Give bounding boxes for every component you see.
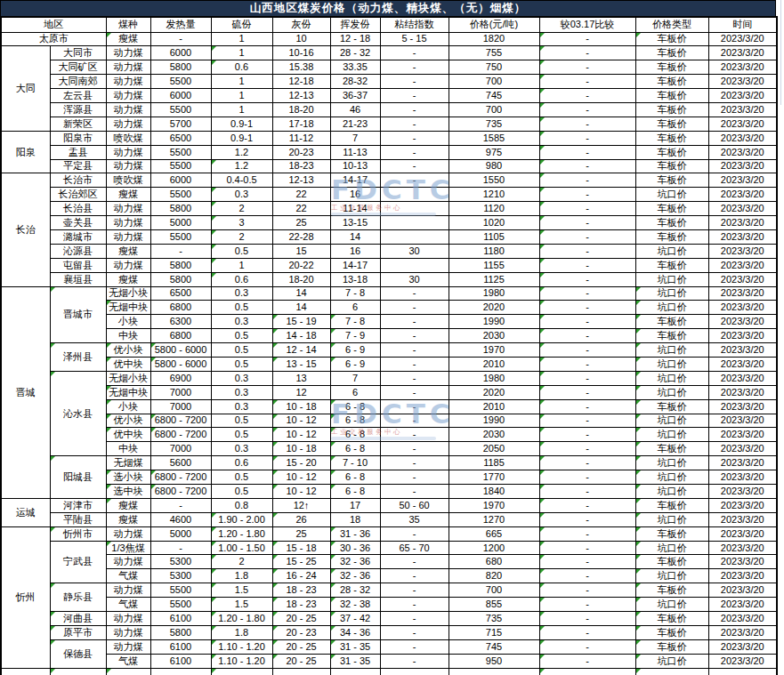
cell[interactable]: - xyxy=(539,456,635,470)
cell[interactable]: 16 xyxy=(330,188,380,202)
cell[interactable]: 20-23 xyxy=(272,145,330,159)
city-cell[interactable]: 河曲县 xyxy=(50,612,106,626)
cell[interactable]: 755 xyxy=(449,46,539,60)
column-header[interactable]: 价格(元/吨) xyxy=(449,17,539,32)
cell[interactable]: 15 - 19 xyxy=(272,315,330,329)
cell[interactable]: 6500 xyxy=(150,286,211,301)
cell[interactable]: 5500 xyxy=(150,75,211,89)
cell[interactable]: 1.2 xyxy=(211,145,272,159)
cell[interactable]: 坑口价 xyxy=(635,541,708,555)
cell[interactable]: 坑口价 xyxy=(635,244,708,258)
cell[interactable]: - xyxy=(539,145,635,159)
cell[interactable]: 坑口价 xyxy=(635,428,708,442)
cell[interactable]: - xyxy=(380,654,449,668)
cell[interactable]: - xyxy=(539,216,635,230)
cell[interactable]: 车板价 xyxy=(635,625,708,639)
cell[interactable]: 6100 xyxy=(150,654,211,668)
cell[interactable]: - xyxy=(380,60,449,75)
cell[interactable]: 5500 xyxy=(150,145,211,159)
cell[interactable]: 车板价 xyxy=(635,229,708,244)
cell[interactable]: - xyxy=(539,583,635,598)
cell[interactable]: 动力煤 xyxy=(106,555,150,569)
cell[interactable]: 0.4-0.5 xyxy=(211,173,272,188)
cell[interactable]: - xyxy=(539,541,635,555)
cell[interactable]: 745 xyxy=(449,89,539,103)
column-header[interactable]: 地区 xyxy=(1,17,106,32)
cell[interactable]: 10 - 12 xyxy=(272,470,330,485)
cell[interactable]: 车板价 xyxy=(635,131,708,145)
cell[interactable]: 选中块 xyxy=(106,485,150,499)
cell[interactable]: 2023/3/20 xyxy=(708,301,777,315)
city-cell[interactable]: 浑源县 xyxy=(50,102,106,117)
cell[interactable]: 5800 xyxy=(150,60,211,75)
cell[interactable]: - xyxy=(539,625,635,639)
cell[interactable]: 2023/3/20 xyxy=(708,371,777,385)
cell[interactable]: 1120 xyxy=(449,202,539,216)
city-cell[interactable]: 屯留县 xyxy=(50,258,106,272)
cell[interactable]: 30 xyxy=(380,244,449,258)
cell[interactable]: 2 xyxy=(211,229,272,244)
cell[interactable]: - xyxy=(539,526,635,541)
cell[interactable]: 35 xyxy=(380,512,449,526)
cell[interactable]: 15 xyxy=(272,244,330,258)
cell[interactable]: 车板价 xyxy=(635,159,708,173)
cell[interactable]: 1 xyxy=(211,46,272,60)
cell[interactable]: 动力煤 xyxy=(106,60,150,75)
city-cell[interactable]: 壶关县 xyxy=(50,216,106,230)
cell[interactable]: 气煤 xyxy=(106,569,150,583)
cell[interactable]: 10 xyxy=(272,32,330,46)
cell[interactable]: 18-20 xyxy=(272,272,330,286)
cell[interactable]: 5800 xyxy=(150,258,211,272)
cell[interactable]: 7 xyxy=(330,131,380,145)
cell[interactable]: 30 - 36 xyxy=(330,541,380,555)
cell[interactable]: 优小块 xyxy=(106,414,150,428)
city-cell[interactable]: 大同矿区 xyxy=(50,60,106,75)
city-cell[interactable]: 阳城县 xyxy=(50,456,106,499)
cell[interactable]: 11-13 xyxy=(330,145,380,159)
cell[interactable]: 1840 xyxy=(449,485,539,499)
region-cell[interactable] xyxy=(1,668,50,675)
cell[interactable]: - xyxy=(380,569,449,583)
cell[interactable]: 6800 xyxy=(150,329,211,343)
cell[interactable]: 31 - 35 xyxy=(330,639,380,654)
cell[interactable]: 1.20 - 1.80 xyxy=(211,612,272,626)
cell[interactable]: - xyxy=(539,32,635,46)
cell[interactable]: 2023/3/20 xyxy=(708,385,777,399)
column-header[interactable]: 价格类型 xyxy=(635,17,708,32)
cell[interactable]: - xyxy=(539,371,635,385)
cell[interactable]: - xyxy=(539,301,635,315)
cell[interactable]: 1980 xyxy=(449,371,539,385)
cell[interactable]: 5300 xyxy=(150,555,211,569)
cell[interactable] xyxy=(380,258,449,272)
cell[interactable]: 0.3 xyxy=(211,286,272,301)
cell[interactable]: 1.8 xyxy=(211,569,272,583)
cell[interactable]: 14-17 xyxy=(330,258,380,272)
cell[interactable]: - xyxy=(539,654,635,668)
cell[interactable]: - xyxy=(380,343,449,358)
cell[interactable]: 6800 - 7200 xyxy=(150,485,211,499)
cell[interactable]: 15.38 xyxy=(272,60,330,75)
cell[interactable]: 14 xyxy=(330,229,380,244)
cell[interactable]: 18-23 xyxy=(272,159,330,173)
cell[interactable]: 0.5 xyxy=(211,343,272,358)
city-cell[interactable]: 平陆县 xyxy=(50,512,106,526)
cell[interactable] xyxy=(380,229,449,244)
cell[interactable]: 喷吹煤 xyxy=(106,131,150,145)
cell[interactable]: 坑口价 xyxy=(635,343,708,358)
cell[interactable]: - xyxy=(539,102,635,117)
column-header[interactable]: 灰份 xyxy=(272,17,330,32)
cell[interactable]: - xyxy=(150,32,211,46)
cell[interactable]: 1550 xyxy=(449,173,539,188)
cell[interactable]: 0.3 xyxy=(211,442,272,456)
cell[interactable]: 6300 xyxy=(150,315,211,329)
cell[interactable]: 7 - 8 xyxy=(330,315,380,329)
cell[interactable]: 735 xyxy=(449,117,539,131)
cell[interactable]: 745 xyxy=(449,639,539,654)
cell[interactable]: - xyxy=(539,60,635,75)
cell[interactable]: 2023/3/20 xyxy=(708,272,777,286)
cell[interactable] xyxy=(272,668,330,675)
cell[interactable]: 10 - 18 xyxy=(272,442,330,456)
cell[interactable]: 车板价 xyxy=(635,145,708,159)
cell[interactable]: 14-17 xyxy=(330,173,380,188)
cell[interactable]: 30 xyxy=(380,272,449,286)
